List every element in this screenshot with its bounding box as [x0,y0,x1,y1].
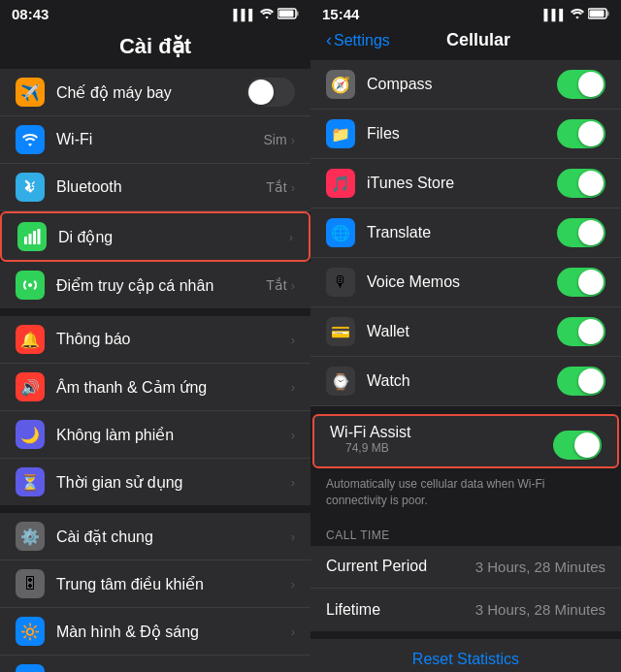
hotspot-icon [16,271,45,300]
voicememos-toggle[interactable] [557,268,605,297]
wifi-value: Sim [264,132,287,147]
row-general[interactable]: ⚙️ Cài đặt chung › [0,513,310,560]
wifi-assist-inner: Wi-Fi Assist 74,9 MB [314,416,617,466]
bluetooth-chevron: › [291,180,295,195]
airplane-toggle[interactable] [246,78,295,107]
wallet-toggle-knob [578,319,604,344]
watch-label: Watch [367,372,557,390]
general-icon: ⚙️ [16,522,45,551]
row-wallet[interactable]: 💳 Wallet [310,307,621,357]
wifi-status-icon [260,8,274,21]
row-compass[interactable]: 🧭 Compass [310,60,621,110]
files-toggle[interactable] [557,119,605,148]
reset-statistics-row[interactable]: Reset Statistics [310,639,621,672]
watch-toggle[interactable] [557,367,605,396]
airplane-label: Chế độ máy bay [56,83,246,102]
right-battery-icon [588,8,609,21]
gap-3 [310,406,621,414]
bluetooth-content: Bluetooth [56,178,266,196]
bluetooth-label: Bluetooth [56,178,266,196]
itunes-toggle-knob [578,171,604,196]
row-wifi[interactable]: Wi-Fi Sim › [0,116,310,164]
row-sounds[interactable]: 🔊 Âm thanh & Cảm ứng › [0,364,310,411]
screentime-label: Thời gian sử dụng [56,473,291,492]
files-icon: 📁 [326,119,355,148]
files-label: Files [367,125,557,143]
wifi-icon [16,125,45,154]
dnd-label: Không làm phiền [56,426,291,444]
wifi-assist-size: 74,9 MB [330,441,411,463]
wifi-assist-row[interactable]: Wi-Fi Assist 74,9 MB [312,414,619,468]
hotspot-chevron: › [291,278,295,293]
svg-rect-1 [297,11,299,16]
airplane-content: Chế độ máy bay [56,83,246,102]
settings-list[interactable]: ✈️ Chế độ máy bay Wi-Fi [0,69,310,672]
app-rows: 🧭 Compass 📁 Files 🎵 iTunes Store [310,60,621,406]
airplane-icon: ✈️ [16,78,45,107]
row-translate[interactable]: 🌐 Translate [310,208,621,258]
controlcenter-right: › [291,577,295,592]
svg-rect-2 [279,10,294,16]
right-list[interactable]: 🧭 Compass 📁 Files 🎵 iTunes Store [310,60,621,672]
controlcenter-icon: 🎛 [16,569,45,598]
general-content: Cài đặt chung [56,528,291,546]
dnd-content: Không làm phiền [56,426,291,444]
screentime-content: Thời gian sử dụng [56,473,291,492]
signal-icon: ▌▌▌ [234,9,256,20]
row-dnd[interactable]: 🌙 Không làm phiền › [0,411,310,459]
gap-4 [310,631,621,639]
right-signal-icon: ▌▌▌ [544,9,567,20]
lifetime-label: Lifetime [326,601,475,619]
watch-icon: ⌚ [326,367,355,396]
translate-toggle[interactable] [557,218,605,247]
cellular-icon [17,222,47,251]
svg-rect-3 [24,237,27,244]
row-screentime[interactable]: ⏳ Thời gian sử dụng › [0,459,310,505]
screentime-chevron: › [291,475,295,490]
bluetooth-right: Tắt › [266,179,295,195]
row-hotspot[interactable]: Điểm truy cập cá nhân Tắt › [0,262,310,308]
svg-rect-15 [590,10,605,16]
wallet-toggle[interactable] [557,317,605,346]
notifications-label: Thông báo [56,331,291,348]
wifi-chevron: › [291,133,295,147]
dnd-icon: 🌙 [16,420,45,449]
bluetooth-value: Tắt [266,179,286,195]
wifi-assist-toggle[interactable] [553,431,602,460]
bluetooth-icon [16,173,45,202]
back-button[interactable]: ‹ Settings [326,30,390,50]
translate-toggle-knob [578,220,604,245]
lifetime-value: 3 Hours, 28 Minutes [475,601,605,618]
back-label: Settings [334,32,390,49]
wifi-assist-description: Automatically use cellular data when Wi-… [310,468,621,521]
files-toggle-knob [578,121,604,146]
cellular-content: Di động [58,228,289,246]
controlcenter-label: Trung tâm điều khiển [56,575,291,593]
svg-rect-4 [29,234,32,244]
row-itunes[interactable]: 🎵 iTunes Store [310,159,621,208]
row-controlcenter[interactable]: 🎛 Trung tâm điều khiển › [0,560,310,608]
sounds-chevron: › [291,380,295,395]
reset-statistics-label[interactable]: Reset Statistics [326,651,605,668]
row-cellular[interactable]: Di động › [0,211,310,262]
right-panel: 15:44 ▌▌▌ ‹ Settings Cellular [310,0,621,672]
row-airplane[interactable]: ✈️ Chế độ máy bay [0,69,310,116]
settings-section-1: ✈️ Chế độ máy bay Wi-Fi [0,69,310,308]
display-icon: 🔆 [16,617,45,646]
cellular-chevron: › [289,230,293,244]
notifications-chevron: › [291,333,295,347]
row-watch[interactable]: ⌚ Watch [310,357,621,406]
row-bluetooth[interactable]: Bluetooth Tắt › [0,164,310,211]
itunes-toggle[interactable] [557,169,605,198]
row-homescreen[interactable]: Màn hình chính › [0,656,310,672]
row-voicememos[interactable]: 🎙 Voice Memos [310,258,621,307]
row-files[interactable]: 📁 Files [310,110,621,159]
gap-1 [0,308,310,316]
row-current-period: Current Period 3 Hours, 28 Minutes [310,546,621,589]
compass-toggle[interactable] [557,70,605,99]
sounds-right: › [291,380,295,395]
wifi-right: Sim › [264,132,295,147]
notifications-content: Thông báo [56,331,291,348]
row-display[interactable]: 🔆 Màn hình & Độ sáng › [0,608,310,656]
row-notifications[interactable]: 🔔 Thông báo › [0,316,310,364]
